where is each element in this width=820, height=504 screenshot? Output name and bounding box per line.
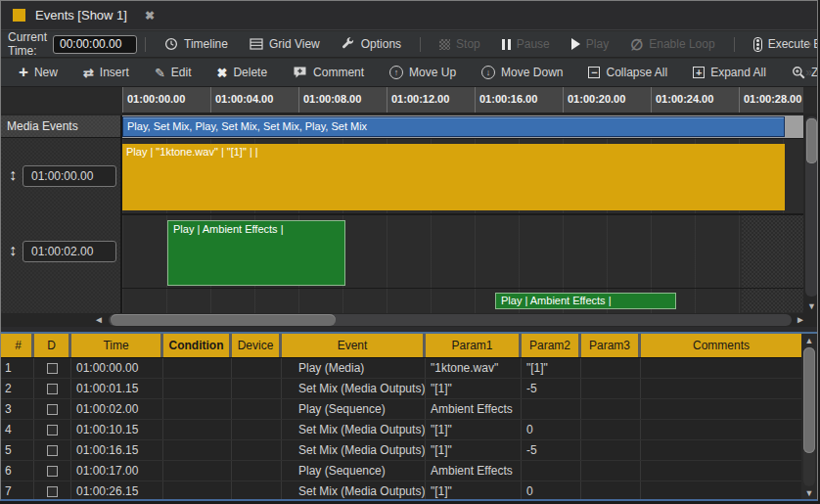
ruler-tick: 01:00:28.00 xyxy=(739,87,803,113)
cell-enabled xyxy=(34,399,71,419)
options-button[interactable]: Options xyxy=(331,31,412,57)
timeline-panel: 01:00:00.0001:00:04.0001:00:08.0001:00:1… xyxy=(1,87,817,327)
column-header-param2[interactable]: Param2 xyxy=(522,334,581,357)
cell-time: 01:00:16.15 xyxy=(71,440,163,460)
move-up-button[interactable]: ↑ Move Up xyxy=(377,59,469,86)
column-header-param1[interactable]: Param1 xyxy=(426,334,522,357)
event-row[interactable]: 301:00:02.00Play (Sequence)Ambient Effec… xyxy=(1,399,801,420)
column-header-condition[interactable]: Condition xyxy=(163,334,232,357)
cell-param3 xyxy=(581,461,641,481)
cell-device xyxy=(232,461,282,481)
ruler-tick: 01:00:00.00 xyxy=(122,87,210,113)
cell-event: Play (Media) xyxy=(282,358,426,378)
scroll-down-icon[interactable]: ▼ xyxy=(801,488,817,498)
event-row[interactable]: 701:00:26.15Set Mix (Media Outputs)"[1]"… xyxy=(1,481,801,501)
clock-icon xyxy=(164,37,178,51)
cell-comments xyxy=(641,379,801,398)
grid-view-button[interactable]: Grid View xyxy=(239,31,331,57)
column-header-comments[interactable]: Comments xyxy=(641,334,801,357)
cell-device xyxy=(232,379,282,398)
track-resize-handle-icon[interactable]: ↕ xyxy=(5,165,21,185)
grid-view-button-label: Grid View xyxy=(269,37,320,51)
edit-button[interactable]: ✎ Edit xyxy=(142,59,205,86)
column-header-time[interactable]: Time xyxy=(71,334,163,357)
delete-button[interactable]: ✖ Delete xyxy=(204,59,280,86)
row-checkbox[interactable] xyxy=(47,486,58,497)
toolbar-separator xyxy=(145,37,146,52)
column-header-num[interactable]: # xyxy=(1,334,34,357)
column-header-event[interactable]: Event xyxy=(282,334,426,357)
table-vertical-scrollbar[interactable]: ▲ ▼ xyxy=(801,334,817,499)
insert-button[interactable]: ⇄ Insert xyxy=(70,59,142,86)
row-checkbox[interactable] xyxy=(47,425,58,435)
move-down-button[interactable]: ↓ Move Down xyxy=(469,59,575,86)
scroll-down-icon[interactable]: ▼ xyxy=(805,300,817,312)
column-header-d[interactable]: D xyxy=(34,334,71,357)
cell-condition xyxy=(163,461,232,481)
scrollbar-thumb[interactable] xyxy=(111,314,336,326)
expand-all-button[interactable]: + Expand All xyxy=(680,59,779,86)
comment-button-label: Comment xyxy=(313,66,364,79)
timeline-out-of-range-area xyxy=(742,214,803,312)
circle-up-arrow-icon: ↑ xyxy=(389,66,403,79)
summary-event-bar[interactable]: Play, Set Mix, Play, Set Mix, Set Mix, P… xyxy=(122,116,785,137)
row-checkbox[interactable] xyxy=(47,445,58,456)
track-label-panel xyxy=(1,115,122,313)
comment-button[interactable]: Comment xyxy=(280,59,377,86)
track-divider xyxy=(122,138,803,139)
cell-param3 xyxy=(581,399,641,419)
event-row[interactable]: 101:00:00.00Play (Media)"1ktone.wav""[1]… xyxy=(1,358,801,379)
insert-arrows-icon: ⇄ xyxy=(83,67,94,79)
cell-condition xyxy=(163,420,232,439)
cell-enabled xyxy=(34,420,71,439)
track-divider xyxy=(122,213,803,215)
timeline-ruler[interactable]: 01:00:00.0001:00:04.0001:00:08.0001:00:1… xyxy=(122,87,803,114)
track-time-label[interactable]: 01:00:02.00 xyxy=(23,241,116,262)
current-time-label: Current Time: xyxy=(8,30,47,58)
cell-time: 01:00:02.00 xyxy=(71,399,163,419)
row-checkbox[interactable] xyxy=(47,363,58,374)
current-time-input[interactable] xyxy=(53,35,137,54)
media-event-bar[interactable]: Play | "1ktone.wav" | "[1]" | | xyxy=(122,144,785,210)
track-time-label[interactable]: 01:00:00.00 xyxy=(23,165,116,187)
timeline-horizontal-scrollbar[interactable]: ◄ ► xyxy=(94,313,805,327)
scroll-up-icon[interactable]: ▲ xyxy=(801,336,817,345)
ruler-tick: 01:00:24.00 xyxy=(651,87,739,113)
column-header-param3[interactable]: Param3 xyxy=(581,334,641,357)
toolbar-overflow-icon[interactable]: » xyxy=(805,37,812,51)
tab-title: Events [Show 1] xyxy=(35,8,127,23)
tab-close-icon[interactable]: ✖ xyxy=(145,9,155,23)
event-row[interactable]: 201:00:01.15Set Mix (Media Outputs)"[1]"… xyxy=(1,379,801,399)
execute-event-icon xyxy=(753,37,762,52)
timeline-vertical-scrollbar[interactable]: ▼ xyxy=(805,116,817,312)
ruler-tick: 01:00:08.00 xyxy=(298,87,387,113)
sequence-event-bar[interactable]: Play | Ambient Effects | xyxy=(167,220,345,286)
row-checkbox[interactable] xyxy=(47,384,58,394)
event-row[interactable]: 601:00:17.00Play (Sequence)Ambient Effec… xyxy=(1,461,801,481)
collapse-all-button[interactable]: − Collapse All xyxy=(575,59,680,86)
panel-splitter[interactable] xyxy=(1,327,817,334)
sequence-event-bar-2[interactable]: Play | Ambient Effects | xyxy=(495,293,676,309)
cell-param1: "[1]" xyxy=(426,440,522,460)
stop-button: Stop xyxy=(429,31,491,57)
grid-icon xyxy=(250,37,263,51)
scrollbar-thumb[interactable] xyxy=(806,118,817,163)
column-header-device[interactable]: Device xyxy=(232,334,282,357)
tab-events[interactable]: Events [Show 1] ✖ xyxy=(1,1,166,29)
event-row[interactable]: 401:00:10.15Set Mix (Media Outputs)"[1]"… xyxy=(1,420,801,440)
cell-num: 2 xyxy=(1,379,34,398)
cell-comments xyxy=(641,358,801,378)
row-checkbox[interactable] xyxy=(47,466,58,477)
cell-num: 5 xyxy=(1,440,34,460)
row-checkbox[interactable] xyxy=(47,404,58,415)
cell-param2: -5 xyxy=(522,440,581,460)
scroll-right-icon[interactable]: ► xyxy=(796,314,805,326)
track-resize-handle-icon[interactable]: ↕ xyxy=(5,241,21,260)
new-button[interactable]: + New xyxy=(6,59,70,86)
scrollbar-thumb[interactable] xyxy=(803,347,815,453)
toolbar-overflow-icon[interactable]: » xyxy=(805,66,812,79)
timeline-button[interactable]: Timeline xyxy=(154,31,239,57)
plus-icon: + xyxy=(19,66,28,79)
event-row[interactable]: 501:00:16.15Set Mix (Media Outputs)"[1]"… xyxy=(1,440,801,461)
scroll-left-icon[interactable]: ◄ xyxy=(94,314,104,326)
